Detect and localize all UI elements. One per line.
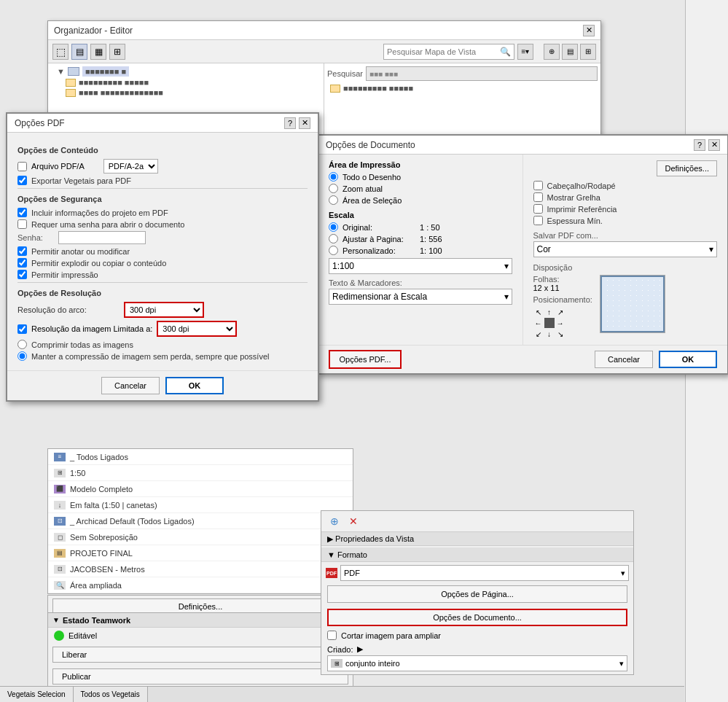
opcoes-documento-button[interactable]: Opções de Documento...	[327, 609, 627, 626]
escala-dropdown-row: 1:100 ▾	[329, 258, 512, 274]
grelha-checkbox[interactable]	[533, 192, 543, 202]
pos-bl[interactable]: ↙	[533, 329, 544, 339]
impressao-checkbox[interactable]	[17, 270, 27, 279]
cortar-checkbox[interactable]	[327, 631, 337, 640]
list-item-model[interactable]: ⬛ Modelo Completo	[48, 481, 353, 497]
pdfa-row: Arquivo PDF/A PDF/A-2a	[17, 159, 308, 173]
opcoes-pdf-ok-btn[interactable]: OK	[165, 377, 224, 394]
opcoes-doc-cancel-btn[interactable]: Cancelar	[595, 351, 653, 368]
add-icon[interactable]: ⊕	[327, 514, 342, 529]
list-item-em-falta[interactable]: ↓ Em falta (1:50 | canetas)	[48, 497, 353, 513]
tab-vegetais-selecion[interactable]: Vegetais Selecion	[0, 687, 74, 703]
list-item-archicad[interactable]: ⊡ _ Archicad Default (Todos Ligados)	[48, 513, 353, 529]
search-input-left[interactable]	[387, 47, 497, 56]
ajustar-radio[interactable]	[329, 234, 338, 243]
pos-tl[interactable]: ↖	[533, 307, 544, 317]
opcoes-pdf-close-btn[interactable]: ✕	[299, 117, 310, 129]
referencia-checkbox[interactable]	[533, 204, 543, 214]
search-bar-left[interactable]: 🔍	[383, 44, 514, 60]
pdfa-dropdown[interactable]: PDF/A-2a	[103, 159, 158, 173]
espessura-checkbox[interactable]	[533, 216, 543, 225]
pos-tr[interactable]: ↗	[555, 307, 565, 317]
right-panel-icons: ⊕ ✕	[321, 511, 633, 531]
imagem-dropdown[interactable]: 300 dpi	[157, 321, 237, 337]
opcoes-doc-close-btn[interactable]: ✕	[708, 139, 720, 151]
pdfa-checkbox[interactable]	[17, 162, 27, 171]
exportar-checkbox[interactable]	[17, 176, 27, 185]
opcoes-pdf-help-btn[interactable]: ?	[284, 117, 296, 129]
list-item-todos[interactable]: ≡ _ Todos Ligados	[48, 449, 353, 465]
pos-center[interactable]	[544, 318, 555, 328]
delete-icon[interactable]: ✕	[346, 514, 361, 529]
requer-checkbox[interactable]	[17, 219, 27, 229]
imagem-row: Resolução da imagem Limitada a: 300 dpi	[17, 321, 308, 337]
conjunto-label: conjunto inteiro	[345, 659, 619, 668]
anotar-checkbox[interactable]	[17, 246, 27, 256]
pos-t[interactable]: ↑	[544, 307, 555, 317]
conjunto-dropdown[interactable]: ⊞ conjunto inteiro ▾	[327, 655, 627, 671]
original-radio[interactable]	[329, 222, 338, 232]
opcoes-doc-ok-btn[interactable]: OK	[659, 351, 717, 368]
list-item-projeto-label: PROJETO FINAL	[70, 549, 133, 558]
opcoes-pdf-btn-in-doc[interactable]: Opções PDF...	[329, 350, 402, 369]
opcoes-doc-left: Área de Impressão Todo o Desenho Zoom at…	[318, 155, 523, 345]
area-selecao-radio[interactable]	[329, 195, 338, 205]
pos-br[interactable]: ↘	[555, 329, 565, 339]
tab-todos-vegetais[interactable]: Todos os Vegetais	[74, 687, 148, 703]
org-tool-btn3[interactable]: ▦	[90, 44, 106, 60]
org-rtool1[interactable]: ⊕	[544, 44, 560, 60]
definicoes-btn-right[interactable]: Definições...	[657, 160, 717, 176]
list-item-archicad-label: _ Archicad Default (Todos Ligados)	[70, 517, 195, 526]
personalizado-radio[interactable]	[329, 246, 338, 255]
pdf-format-dropdown[interactable]: PDF ▾	[340, 565, 629, 581]
search-icon-left[interactable]: 🔍	[500, 47, 511, 57]
list-item-projeto[interactable]: ▤ PROJETO FINAL	[48, 545, 353, 561]
org-title: Organizador - Editor	[54, 26, 133, 36]
criado-arrow-btn[interactable]: ▶	[357, 644, 363, 654]
senha-input[interactable]	[58, 231, 146, 244]
todo-desenho-radio[interactable]	[329, 172, 338, 182]
org-rtool3[interactable]: ⊞	[580, 44, 596, 60]
search-display-right[interactable]: ■■■ ■■■	[366, 66, 598, 81]
pos-r[interactable]: →	[555, 318, 565, 328]
list-item-sobreposicao[interactable]: ◻ Sem Sobreposição	[48, 529, 353, 545]
propriedades-section[interactable]: ▶ Propriedades da Vista	[321, 531, 633, 546]
formato-section[interactable]: ▼ Formato	[321, 547, 633, 562]
list-item-jacobsen[interactable]: ⊡ JACOBSEN - Metros	[48, 561, 353, 577]
pos-l[interactable]: ←	[533, 318, 544, 328]
list-item-scale[interactable]: ⊞ 1:50	[48, 465, 353, 481]
texto-dropdown[interactable]: Redimensionar à Escala ▾	[329, 289, 512, 305]
opcoes-pdf-titlebar: Opções PDF ? ✕	[7, 114, 318, 133]
salvar-arrow: ▾	[709, 244, 713, 254]
incluir-checkbox[interactable]	[17, 208, 27, 217]
org-list-btn[interactable]: ≡▾	[517, 44, 533, 60]
org-tree-item3[interactable]: ■■■■ ■■■■■■■■■■■■■	[66, 88, 321, 97]
pos-b[interactable]: ↓	[544, 329, 555, 339]
org-rtool2[interactable]: ▤	[562, 44, 578, 60]
comprimir-radio[interactable]	[17, 340, 27, 349]
incluir-row: Incluir informações do projeto em PDF	[17, 208, 308, 217]
zoom-atual-radio[interactable]	[329, 184, 338, 193]
liberar-button[interactable]: Liberar	[52, 647, 326, 663]
opcoes-doc-help-btn[interactable]: ?	[694, 139, 705, 151]
opcoes-pagina-button[interactable]: Opções de Página...	[327, 585, 627, 603]
manter-radio[interactable]	[17, 351, 27, 361]
org-tool-btn4[interactable]: ⊞	[109, 44, 125, 60]
org-tree-item2[interactable]: ■■■■■■■■■ ■■■■■	[66, 78, 321, 87]
publicar-button[interactable]: Publicar	[52, 668, 348, 685]
escala-dropdown[interactable]: 1:100 ▾	[329, 258, 512, 274]
org-tool-btn1[interactable]: ⬚	[52, 44, 69, 60]
opcoes-pdf-content: Opções de Conteúdo Arquivo PDF/A PDF/A-2…	[7, 133, 318, 370]
explodir-checkbox[interactable]	[17, 258, 27, 268]
arco-dropdown[interactable]: 300 dpi	[124, 302, 204, 318]
org-right-item1[interactable]: ■■■■■■■■■ ■■■■■	[330, 84, 598, 93]
org-tool-btn2[interactable]: ▤	[71, 44, 87, 60]
cabecalho-checkbox[interactable]	[533, 181, 543, 190]
opcoes-pdf-cancel-btn[interactable]: Cancelar	[101, 377, 160, 394]
org-close-button[interactable]: ✕	[583, 25, 595, 36]
editavel-label: Editável	[69, 631, 97, 640]
imagem-checkbox[interactable]	[17, 324, 27, 334]
list-item-area[interactable]: 🔍 Área ampliada	[48, 577, 353, 593]
publicar-row: Publicar	[48, 666, 353, 687]
salvar-dropdown[interactable]: Cor ▾	[533, 241, 718, 257]
